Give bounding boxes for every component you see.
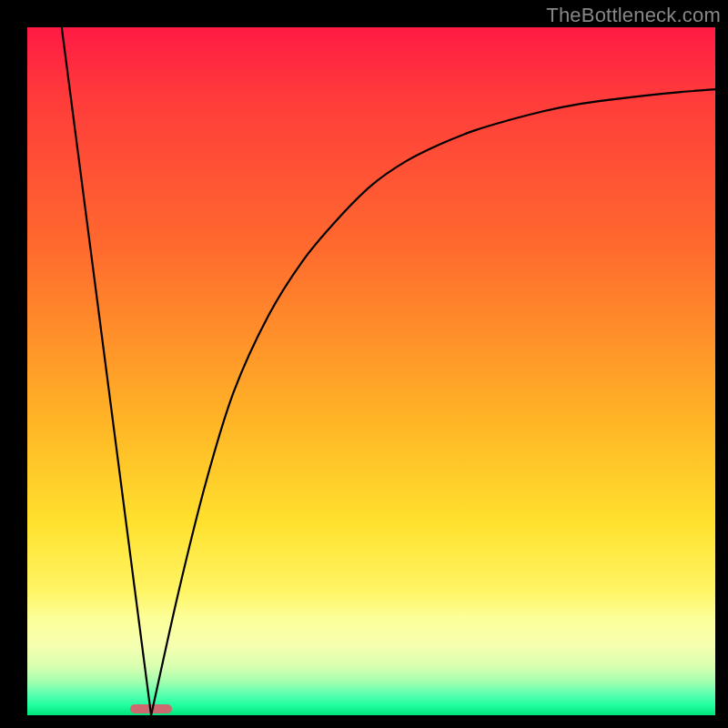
watermark-text: TheBottleneck.com xyxy=(546,4,721,27)
curve-left-descent xyxy=(62,27,151,715)
chart-curves xyxy=(27,27,715,715)
plot-area xyxy=(27,27,715,715)
chart-frame: TheBottleneck.com xyxy=(0,0,728,728)
curve-right-rise xyxy=(151,89,715,715)
